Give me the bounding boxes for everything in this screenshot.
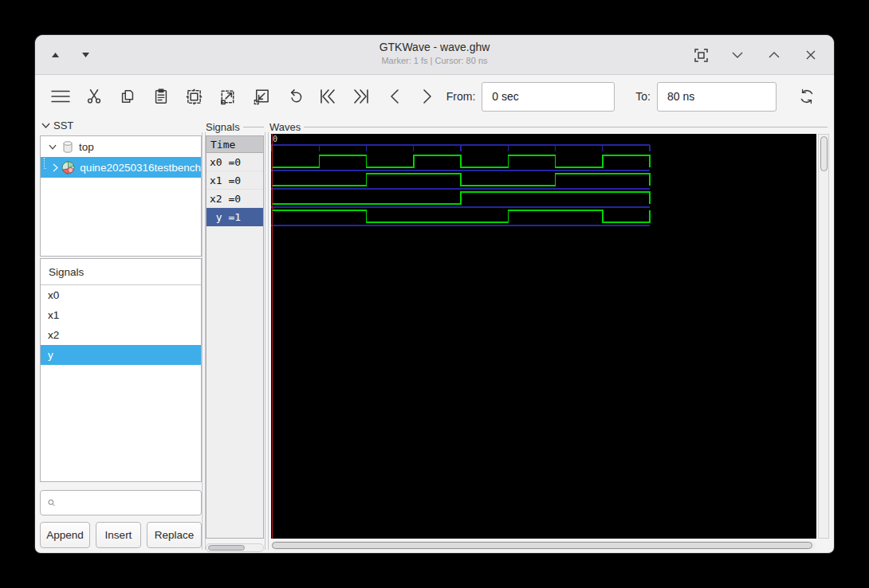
- chevron-right-icon: [419, 87, 435, 106]
- reload-button[interactable]: [791, 80, 823, 112]
- scrollbar-thumb[interactable]: [272, 542, 812, 549]
- search-input[interactable]: [61, 497, 201, 509]
- zoom-out-button[interactable]: [246, 80, 276, 112]
- tree-item-top[interactable]: top: [41, 136, 201, 157]
- toolbar: From: To:: [35, 75, 834, 118]
- value-row[interactable]: x2 =0: [206, 190, 263, 208]
- signal-list-item-y[interactable]: y: [41, 345, 201, 365]
- triangle-up-icon: [51, 52, 60, 58]
- signal-search[interactable]: [40, 490, 202, 515]
- append-button[interactable]: Append: [40, 522, 90, 548]
- shade-up-button[interactable]: [46, 46, 64, 64]
- from-label: From:: [446, 90, 476, 103]
- signal-list-item-x1[interactable]: x1: [41, 305, 201, 325]
- sst-tree: top quine20250316testbench: [40, 135, 202, 257]
- value-row[interactable]: x1 =0: [206, 171, 263, 190]
- gtkwave-window: GTKWave - wave.ghw Marker: 1 fs | Cursor…: [35, 35, 834, 553]
- insert-button[interactable]: Insert: [96, 522, 141, 548]
- signal-list-panel: Signals x0x1x2y: [40, 258, 202, 482]
- value-row[interactable]: y =1: [206, 208, 263, 226]
- chevron-down-icon: [732, 52, 743, 58]
- database-cylinder-icon: [61, 140, 74, 154]
- hamburger-menu-icon: [50, 86, 71, 107]
- zoom-in-button[interactable]: [213, 80, 242, 112]
- from-input[interactable]: [482, 82, 615, 112]
- search-icon: [48, 497, 55, 508]
- titlebar-left-controls: [46, 35, 94, 75]
- waveform-traces: 0: [271, 134, 816, 539]
- copy-button[interactable]: [113, 80, 143, 112]
- reload-icon: [797, 87, 816, 106]
- undo-arrow-icon: [285, 88, 304, 106]
- scrollbar-thumb[interactable]: [820, 136, 828, 171]
- sst-expander[interactable]: SST: [41, 120, 73, 131]
- signal-list: x0x1x2y: [41, 285, 201, 365]
- tree-item-label: quine20250316testbench: [80, 162, 201, 174]
- main-area: SST top: [35, 118, 834, 553]
- wave-canvas[interactable]: 0: [271, 134, 816, 539]
- shift-right-button[interactable]: [413, 80, 442, 112]
- fullscreen-button[interactable]: [692, 46, 710, 64]
- signal-values-panel: Time x0 =0x1 =0x2 =0 y =1: [206, 135, 264, 539]
- cut-button[interactable]: [80, 80, 109, 112]
- time-column-header[interactable]: Time: [206, 136, 263, 153]
- signal-list-item-x2[interactable]: x2: [41, 325, 201, 345]
- to-input[interactable]: [657, 82, 777, 112]
- zoom-fit-icon: [185, 88, 203, 106]
- time-range-controls: From: To:: [446, 80, 823, 112]
- close-icon: [806, 50, 816, 60]
- expander-down-icon: [47, 144, 58, 150]
- fullscreen-icon: [694, 49, 708, 62]
- go-to-end-button[interactable]: [346, 80, 376, 112]
- clipboard-paste-icon: [152, 88, 170, 105]
- minimize-button[interactable]: [729, 46, 746, 64]
- menu-button[interactable]: [46, 80, 76, 112]
- value-rows: x0 =0x1 =0x2 =0 y =1: [206, 153, 263, 226]
- to-label: To:: [635, 90, 651, 103]
- go-to-start-button[interactable]: [313, 80, 343, 112]
- chevron-up-icon: [769, 52, 780, 58]
- values-hscrollbar[interactable]: [206, 543, 264, 552]
- tree-guide-line: [44, 158, 46, 169]
- scrollbar-thumb[interactable]: [208, 545, 245, 551]
- zoom-in-icon: [218, 88, 237, 106]
- signal-list-item-x0[interactable]: x0: [41, 285, 201, 305]
- paste-button[interactable]: [146, 80, 175, 112]
- waves-hscrollbar[interactable]: [271, 541, 816, 551]
- signal-list-title: Signals: [41, 259, 201, 285]
- shift-left-button[interactable]: [379, 80, 409, 112]
- scissors-icon: [85, 88, 103, 105]
- titlebar: GTKWave - wave.ghw Marker: 1 fs | Cursor…: [35, 35, 834, 75]
- copy-icon: [119, 88, 136, 105]
- waves-vscrollbar[interactable]: [818, 134, 829, 539]
- skip-to-end-icon: [351, 87, 372, 106]
- zoom-fit-button[interactable]: [179, 80, 209, 112]
- close-button[interactable]: [802, 46, 820, 64]
- undo-button[interactable]: [280, 80, 309, 112]
- tree-item-testbench[interactable]: quine20250316testbench: [41, 157, 201, 178]
- expander-right-icon: [53, 163, 58, 172]
- pane-splitter-right[interactable]: [265, 132, 269, 550]
- expander-down-icon: [41, 123, 50, 128]
- chevron-left-icon: [387, 87, 403, 106]
- waves-frame-label: Waves: [269, 121, 828, 133]
- triangle-down-icon: [81, 52, 90, 58]
- sst-label: SST: [53, 120, 73, 131]
- titlebar-right-controls: [692, 35, 820, 75]
- replace-button[interactable]: Replace: [147, 522, 202, 548]
- shade-down-button[interactable]: [77, 46, 94, 64]
- zoom-out-icon: [252, 88, 270, 106]
- svg-text:0: 0: [273, 135, 277, 143]
- module-icon: [61, 161, 75, 174]
- tree-item-label: top: [79, 141, 94, 153]
- skip-to-start-icon: [317, 87, 338, 106]
- maximize-button[interactable]: [765, 46, 783, 64]
- values-frame-label: Signals: [206, 121, 264, 133]
- value-row[interactable]: x0 =0: [206, 153, 263, 171]
